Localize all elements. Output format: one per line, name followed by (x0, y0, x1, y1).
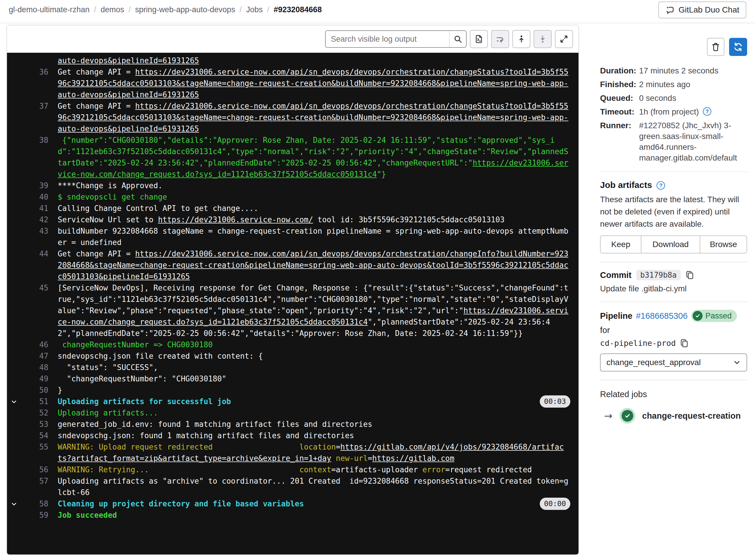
line-number[interactable]: 43 (20, 225, 48, 237)
browse-artifacts-button[interactable]: Browse (700, 236, 747, 253)
job-artifacts-title: Job artifacts (600, 180, 652, 190)
scroll-top-icon (517, 35, 526, 43)
gutter (7, 419, 20, 430)
log-line-content: [ServiceNow DevOps], Receiving response … (58, 282, 568, 339)
keep-artifacts-button[interactable]: Keep (600, 236, 641, 253)
detail-value: 2 minutes ago (639, 79, 690, 90)
duo-chat-icon (665, 5, 675, 15)
line-number[interactable]: 46 (20, 339, 48, 351)
log-link[interactable]: auto-devops&pipelineId=61931265 (58, 56, 199, 65)
erase-log-button[interactable] (707, 38, 725, 56)
line-number[interactable]: 50 (20, 385, 48, 396)
line-number[interactable]: 55 (20, 441, 48, 453)
line-number[interactable]: 57 (20, 476, 48, 487)
related-job-item[interactable]: →change-request-creation (600, 408, 747, 424)
log-search (325, 30, 467, 48)
copy-ref-button[interactable] (680, 339, 689, 347)
page-header: gl-demo-ultimate-rzhan/demos/spring-web-… (0, 0, 755, 23)
line-number[interactable]: 36 (20, 66, 48, 78)
log-link[interactable]: https://gitlab.com (372, 454, 454, 463)
line-number[interactable]: 45 (20, 282, 48, 294)
log-line: 39****Change is Approved. (7, 180, 578, 192)
duo-chat-button[interactable]: GitLab Duo Chat (658, 1, 746, 18)
log-line-content: Get change API = https://dev231006.servi… (58, 248, 568, 282)
line-number[interactable]: 58 (20, 498, 48, 509)
log-text: ServiceNow Url set to (58, 215, 158, 224)
help-icon[interactable]: ? (703, 107, 711, 116)
help-icon[interactable]: ? (656, 181, 665, 190)
section-duration-badge: 00:00 (540, 498, 570, 510)
line-number[interactable]: 41 (20, 203, 48, 214)
breadcrumb-link[interactable]: Jobs (246, 5, 263, 14)
line-number[interactable]: 48 (20, 362, 48, 373)
detail-value: #12270852 (Jhc_Jxvh) 3-green.saas-linux-… (639, 120, 747, 163)
line-number[interactable]: 40 (20, 192, 48, 203)
detail-label: Queued: (600, 93, 639, 103)
line-number[interactable]: 54 (20, 430, 48, 441)
raw-log-button[interactable] (470, 30, 488, 48)
duo-chat-label: GitLab Duo Chat (678, 5, 739, 15)
log-text: = (368, 454, 372, 463)
retry-icon (733, 42, 743, 52)
line-number[interactable]: 44 (20, 248, 48, 260)
retry-job-button[interactable] (729, 38, 747, 56)
job-detail-row: Duration:17 minutes 2 seconds (600, 65, 747, 76)
log-text (149, 465, 300, 474)
log-text: Uploading artifacts... (58, 408, 158, 417)
copy-icon (680, 339, 689, 347)
search-input[interactable] (326, 31, 449, 47)
chevron-down-icon[interactable] (7, 396, 20, 407)
chevron-down-icon[interactable] (7, 498, 20, 509)
breadcrumb-link[interactable]: gl-demo-ultimate-rzhan (9, 5, 90, 14)
line-number[interactable]: 56 (20, 464, 48, 476)
line-number[interactable]: 49 (20, 373, 48, 385)
breadcrumb-current: #9232084668 (273, 5, 322, 14)
log-text (212, 443, 299, 451)
log-line-content: Uploading artifacts... (58, 407, 568, 419)
scroll-bottom-button[interactable] (534, 30, 552, 48)
log-text (331, 454, 336, 463)
raw-log-icon (474, 35, 483, 43)
wrap-lines-button[interactable] (491, 30, 509, 48)
line-number[interactable]: 47 (20, 351, 48, 362)
copy-icon (686, 271, 694, 279)
line-number[interactable]: 53 (20, 419, 48, 430)
line-number[interactable]: 42 (20, 214, 48, 225)
log-section-header[interactable]: 58Cleaning up project directory and file… (7, 498, 578, 509)
pipeline-link[interactable]: #1686685306 (636, 311, 688, 321)
line-number[interactable]: 51 (20, 396, 48, 407)
line-number[interactable]: 37 (20, 101, 48, 112)
download-artifacts-button[interactable]: Download (641, 236, 700, 253)
gutter (7, 385, 20, 396)
log-text: =artifacts-uploader (331, 465, 422, 474)
log-line-content: sndevopschg.json file created with conte… (58, 351, 568, 362)
fullscreen-button[interactable] (555, 30, 573, 48)
log-text: "} (377, 170, 386, 179)
log-line: 59Job succeeded (7, 509, 578, 521)
search-button[interactable] (449, 31, 466, 47)
chevron-down-icon (733, 359, 741, 366)
log-line-content: Get change API = https://dev231006.servi… (58, 66, 568, 101)
log-line: 46 changeRequestNumber => CHG0030180 (7, 339, 578, 351)
log-link[interactable]: https://dev231006.service-now.com/ (158, 215, 313, 224)
log-line: 41Calling Change Control API to get chan… (7, 203, 578, 214)
log-text: sndevopschg.json: found 1 matching artif… (58, 431, 354, 440)
log-line-content: WARNING: Retrying... context=artifacts-u… (58, 464, 568, 476)
log-line: 45[ServiceNow DevOps], Receiving respons… (7, 282, 578, 339)
line-number[interactable]: 52 (20, 407, 48, 419)
scroll-top-button[interactable] (512, 30, 530, 48)
log-line: 42ServiceNow Url set to https://dev23100… (7, 214, 578, 225)
pipeline-ref[interactable]: cd-pipeline-prod (600, 339, 676, 347)
stage-dropdown[interactable]: change_request_approval (600, 354, 747, 372)
line-number[interactable]: 38 (20, 135, 48, 146)
breadcrumb-link[interactable]: spring-web-app-auto-devops (135, 5, 236, 14)
pipeline-status-badge[interactable]: Passed (691, 310, 737, 322)
breadcrumb-link[interactable]: demos (101, 5, 124, 14)
job-log[interactable]: auto-devops&pipelineId=6193126536Get cha… (7, 53, 578, 555)
commit-sha[interactable]: b3179b8a (636, 270, 681, 280)
line-number[interactable]: 39 (20, 180, 48, 192)
copy-commit-button[interactable] (686, 271, 694, 279)
line-number[interactable]: 59 (20, 509, 48, 521)
log-text: Calling Change Control API to get change… (58, 204, 258, 213)
log-section-header[interactable]: 51Uploading artifacts for successful job… (7, 396, 578, 407)
